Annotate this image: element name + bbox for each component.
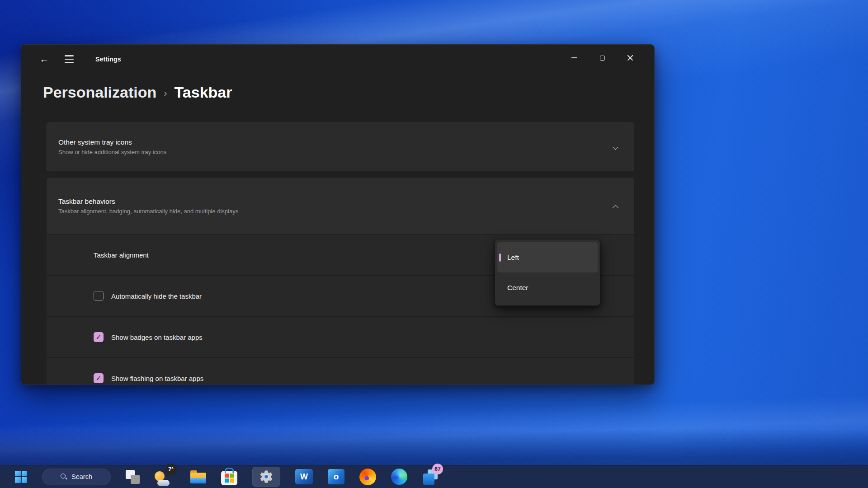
- mail-icon: 67: [422, 469, 439, 485]
- start-button[interactable]: [15, 471, 27, 483]
- maximize-button[interactable]: [588, 49, 616, 66]
- dropdown-option-center-label: Center: [507, 284, 528, 292]
- firefox-button[interactable]: [359, 469, 376, 485]
- behaviors-card-title: Taskbar behaviors: [58, 197, 613, 206]
- breadcrumb-personalization[interactable]: Personalization: [43, 84, 156, 101]
- breadcrumb-separator-icon: ›: [164, 88, 167, 99]
- search-input[interactable]: Search: [42, 469, 111, 485]
- taskbar: Search 7°: [0, 465, 868, 488]
- widgets-weather-button[interactable]: 7°: [155, 467, 175, 486]
- outlook-icon: o: [328, 469, 344, 484]
- show-badges-row: ✓ Show badges on taskbar apps: [47, 316, 634, 357]
- taskbar-behaviors-header[interactable]: Taskbar behaviors Taskbar alignment, bad…: [47, 178, 634, 234]
- firefox-icon: [359, 469, 376, 485]
- search-label: Search: [71, 473, 92, 480]
- back-button[interactable]: ←: [38, 53, 50, 65]
- folder-icon: [190, 470, 206, 483]
- dropdown-option-left[interactable]: Left: [497, 242, 598, 272]
- weather-icon: 7°: [155, 467, 175, 486]
- show-badges-checkbox[interactable]: ✓: [94, 332, 104, 342]
- close-button[interactable]: [616, 49, 644, 66]
- gear-icon: [259, 469, 274, 484]
- temperature-badge: 7°: [165, 464, 177, 475]
- show-flashing-checkbox[interactable]: ✓: [94, 373, 104, 383]
- edge-button[interactable]: [391, 469, 407, 485]
- page-title: Taskbar: [175, 84, 232, 101]
- app-title: Settings: [95, 56, 121, 63]
- window-controls: [560, 49, 644, 66]
- dropdown-option-left-label: Left: [507, 253, 519, 262]
- notification-badge: 67: [432, 464, 443, 474]
- maximize-icon: [600, 56, 605, 61]
- store-bag-icon: [221, 471, 237, 485]
- dropdown-option-center[interactable]: Center: [497, 272, 598, 303]
- search-icon: [61, 474, 67, 480]
- cloud-icon: [157, 480, 170, 486]
- minimize-button[interactable]: [560, 49, 588, 66]
- breadcrumb: Personalization › Taskbar: [43, 84, 654, 101]
- microsoft-store-button[interactable]: [221, 469, 237, 485]
- desktop-wallpaper: ← Settings Personalization › Taskbar: [0, 0, 868, 488]
- window-titlebar[interactable]: ← Settings: [21, 45, 654, 74]
- task-view-icon: [126, 470, 140, 484]
- taskbar-alignment-dropdown: Left Center: [495, 239, 600, 306]
- chevron-up-icon[interactable]: [613, 203, 618, 209]
- taskbar-alignment-label: Taskbar alignment: [94, 251, 149, 259]
- behaviors-card-subtitle: Taskbar alignment, badging, automaticall…: [58, 208, 613, 215]
- hamburger-menu-button[interactable]: [65, 53, 76, 65]
- autohide-label: Automatically hide the taskbar: [111, 292, 202, 300]
- other-system-tray-icons-card[interactable]: Other system tray icons Show or hide add…: [47, 122, 634, 171]
- show-badges-label: Show badges on taskbar apps: [111, 333, 203, 341]
- tray-card-subtitle: Show or hide additional system tray icon…: [58, 149, 613, 155]
- task-view-button[interactable]: [126, 470, 140, 484]
- chevron-down-icon[interactable]: [613, 144, 618, 150]
- word-icon: W: [295, 469, 313, 484]
- settings-window: ← Settings Personalization › Taskbar: [21, 44, 655, 385]
- windows-logo-icon: [15, 471, 27, 483]
- file-explorer-button[interactable]: [190, 470, 206, 483]
- word-button[interactable]: W: [295, 469, 313, 484]
- show-flashing-label: Show flashing on taskbar apps: [111, 375, 203, 382]
- show-flashing-row: ✓ Show flashing on taskbar apps: [47, 357, 634, 385]
- mail-button[interactable]: 67: [422, 469, 439, 485]
- settings-app-button[interactable]: [252, 467, 280, 487]
- outlook-button[interactable]: o: [328, 469, 344, 484]
- selected-accent-bar: [499, 253, 501, 262]
- tray-card-title: Other system tray icons: [58, 138, 613, 146]
- close-icon: [627, 55, 633, 61]
- minimize-icon: [571, 57, 577, 58]
- edge-icon: [391, 469, 407, 485]
- autohide-checkbox[interactable]: [94, 291, 104, 301]
